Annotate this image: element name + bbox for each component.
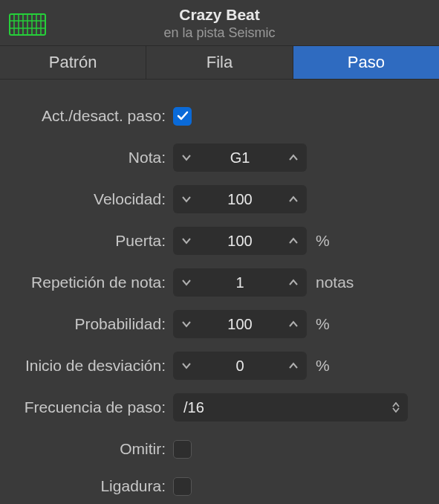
skip-checkbox[interactable]: [173, 440, 192, 459]
chevron-down-icon: [181, 320, 192, 328]
tab-step[interactable]: Paso: [293, 46, 439, 79]
step-onoff-checkbox[interactable]: [173, 107, 192, 126]
noterepeat-increment[interactable]: [280, 268, 307, 297]
step-onoff-label: Act./desact. paso:: [13, 107, 173, 125]
chevron-up-icon: [288, 154, 299, 161]
offsetstart-increment[interactable]: [280, 352, 307, 380]
steprate-value: /16: [183, 399, 204, 416]
note-value: G1: [200, 149, 280, 167]
chevron-up-icon: [288, 237, 299, 245]
steprate-label: Frecuencia de paso:: [13, 398, 173, 416]
chevron-up-icon: [288, 196, 299, 203]
noterepeat-stepper[interactable]: 1: [173, 268, 307, 297]
offsetstart-decrement[interactable]: [173, 352, 200, 380]
velocity-decrement[interactable]: [173, 185, 200, 213]
gate-stepper[interactable]: 100: [173, 227, 307, 255]
probability-label: Probabilidad:: [13, 315, 173, 333]
noterepeat-label: Repetición de nota:: [13, 274, 173, 291]
velocity-increment[interactable]: [280, 185, 307, 213]
noterepeat-value: 1: [200, 274, 280, 291]
check-icon: [176, 109, 189, 123]
chevron-up-icon: [288, 362, 299, 369]
noterepeat-decrement[interactable]: [173, 268, 200, 297]
gate-value: 100: [200, 233, 280, 250]
tabs: Patrón Fila Paso: [0, 45, 439, 80]
velocity-stepper[interactable]: 100: [173, 185, 307, 213]
tie-checkbox[interactable]: [173, 477, 192, 496]
chevron-down-icon: [181, 237, 192, 245]
tab-pattern[interactable]: Patrón: [0, 46, 146, 79]
velocity-value: 100: [200, 191, 280, 208]
probability-value: 100: [200, 316, 280, 333]
gate-unit: %: [316, 232, 330, 250]
chevron-down-icon: [181, 196, 192, 203]
gate-label: Puerta:: [13, 232, 173, 250]
chevron-down-icon: [181, 154, 192, 161]
chevron-up-icon: [288, 279, 299, 286]
panel-subtitle: en la pista Seismic: [0, 25, 439, 41]
noterepeat-unit: notas: [316, 274, 354, 291]
tie-label: Ligadura:: [13, 477, 173, 495]
note-stepper[interactable]: G1: [173, 143, 307, 172]
select-arrows-icon: [391, 402, 400, 413]
gate-increment[interactable]: [280, 227, 307, 255]
step-content: Act./desact. paso: Nota: G1 Velocidad: 1…: [0, 80, 439, 500]
skip-label: Omitir:: [13, 440, 173, 458]
probability-stepper[interactable]: 100: [173, 310, 307, 338]
chevron-up-icon: [288, 320, 299, 328]
steprate-select[interactable]: /16: [173, 393, 408, 421]
note-increment[interactable]: [280, 143, 307, 172]
offsetstart-label: Inicio de desviación:: [13, 357, 173, 375]
keyboard-icon: [9, 13, 46, 39]
velocity-label: Velocidad:: [13, 190, 173, 208]
offsetstart-unit: %: [316, 357, 330, 375]
probability-unit: %: [316, 315, 330, 333]
probability-increment[interactable]: [280, 310, 307, 338]
panel-title: Crazy Beat: [0, 6, 439, 24]
tab-row[interactable]: Fila: [146, 46, 293, 79]
offsetstart-value: 0: [200, 358, 280, 375]
chevron-down-icon: [181, 279, 192, 286]
panel-header: Crazy Beat en la pista Seismic: [0, 0, 439, 45]
probability-decrement[interactable]: [173, 310, 200, 338]
chevron-down-icon: [181, 362, 192, 369]
gate-decrement[interactable]: [173, 227, 200, 255]
note-label: Nota:: [13, 149, 173, 167]
offsetstart-stepper[interactable]: 0: [173, 352, 307, 380]
note-decrement[interactable]: [173, 143, 200, 172]
